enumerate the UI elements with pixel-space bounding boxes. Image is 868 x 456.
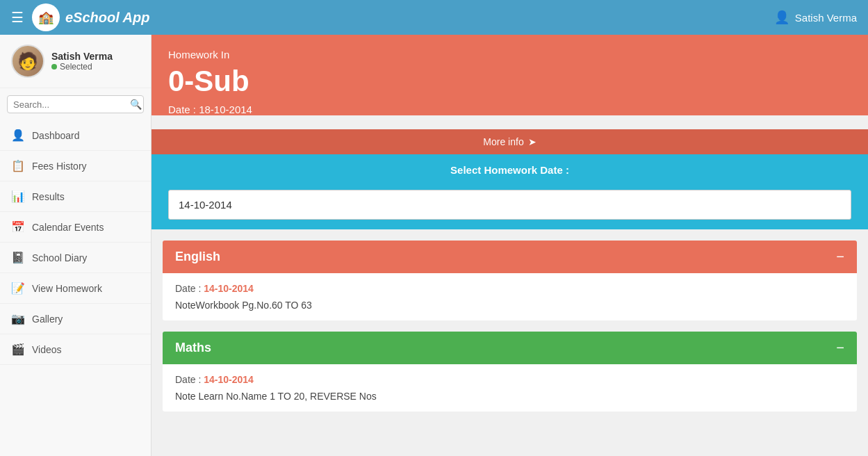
sidebar-item-results[interactable]: 📊 Results — [0, 181, 151, 212]
sidebar-item-videos[interactable]: 🎬 Videos — [0, 334, 151, 365]
hero-date: Date : 18-10-2014 — [168, 104, 851, 115]
sidebar-label-school-diary: School Diary — [32, 252, 87, 263]
search-box[interactable]: 🔍 — [7, 95, 144, 113]
search-icon: 🔍 — [130, 99, 142, 110]
nav-menu: 👤 Dashboard 📋 Fees History 📊 Results 📅 C… — [0, 120, 151, 365]
sidebar-label-dashboard: Dashboard — [32, 130, 80, 141]
sidebar-item-view-homework[interactable]: 📝 View Homework — [0, 273, 151, 304]
maths-subject-label: Maths — [175, 341, 211, 355]
navbar: ☰ 🏫 eSchool App 👤 Satish Verma — [0, 0, 868, 35]
english-content: NoteWorkbook Pg.No.60 TO 63 — [175, 300, 844, 311]
layout: 🧑 Satish Verma Selected 🔍 👤 Dashboard 📋 … — [0, 35, 868, 456]
hamburger-icon[interactable]: ☰ — [11, 9, 24, 26]
main-content: Homework In 0-Sub Date : 18-10-2014 More… — [152, 35, 868, 456]
more-info-bar[interactable]: More info ➤ — [152, 129, 868, 154]
results-icon: 📊 — [11, 190, 25, 203]
sidebar-item-fees-history[interactable]: 📋 Fees History — [0, 151, 151, 181]
sidebar-item-calendar-events[interactable]: 📅 Calendar Events — [0, 212, 151, 243]
section-header-english: English − — [163, 241, 857, 273]
dashboard-icon: 👤 — [11, 129, 25, 142]
brand-name: eSchool App — [65, 10, 149, 26]
gallery-icon: 📷 — [11, 312, 25, 325]
user-status: Selected — [51, 62, 113, 72]
fees-history-icon: 📋 — [11, 159, 25, 172]
calendar-icon: 📅 — [11, 220, 25, 234]
sidebar-item-gallery[interactable]: 📷 Gallery — [0, 304, 151, 334]
section-body-english: Date : 14-10-2014 NoteWorkbook Pg.No.60 … — [163, 273, 857, 320]
sidebar-label-calendar: Calendar Events — [32, 222, 104, 233]
sidebar-label-videos: Videos — [32, 344, 62, 355]
sidebar-label-results: Results — [32, 191, 65, 202]
hero-title: 0-Sub — [168, 65, 851, 98]
sidebar-label-fees-history: Fees History — [32, 161, 87, 172]
section-maths: Maths − Date : 14-10-2014 Note Learn No.… — [163, 332, 857, 412]
sidebar-label-view-homework: View Homework — [32, 283, 102, 294]
english-subject-label: English — [175, 250, 220, 264]
videos-icon: 🎬 — [11, 343, 25, 356]
maths-date: Date : 14-10-2014 — [175, 374, 844, 385]
english-collapse-button[interactable]: − — [836, 249, 844, 265]
avatar: 🧑 — [11, 44, 44, 78]
sidebar-username: Satish Verma — [51, 51, 113, 62]
status-dot — [51, 64, 57, 70]
maths-collapse-button[interactable]: − — [836, 340, 844, 356]
navbar-user: 👤 Satish Verma — [774, 10, 857, 25]
section-body-maths: Date : 14-10-2014 Note Learn No.Name 1 T… — [163, 364, 857, 412]
school-diary-icon: 📓 — [11, 251, 25, 264]
maths-content: Note Learn No.Name 1 TO 20, REVERSE Nos — [175, 391, 844, 402]
date-selector-input[interactable] — [168, 190, 851, 220]
view-homework-icon: 📝 — [11, 282, 25, 295]
more-info-label: More info — [483, 136, 523, 147]
more-info-arrow-icon: ➤ — [528, 136, 537, 147]
date-selector-label: Select Homework Date : — [168, 164, 851, 176]
search-input[interactable] — [13, 99, 130, 110]
sidebar-item-dashboard[interactable]: 👤 Dashboard — [0, 120, 151, 151]
section-english: English − Date : 14-10-2014 NoteWorkbook… — [163, 241, 857, 320]
english-date: Date : 14-10-2014 — [175, 283, 844, 294]
navbar-brand: 🏫 eSchool App — [32, 3, 149, 31]
section-header-maths: Maths − — [163, 332, 857, 364]
user-icon: 👤 — [774, 10, 789, 25]
navbar-username: Satish Verma — [795, 12, 857, 24]
sidebar-item-school-diary[interactable]: 📓 School Diary — [0, 243, 151, 273]
hero-label: Homework In — [168, 49, 851, 60]
user-info: Satish Verma Selected — [51, 51, 113, 72]
sidebar-label-gallery: Gallery — [32, 314, 63, 325]
hero-card: Homework In 0-Sub Date : 18-10-2014 — [152, 35, 868, 115]
user-profile: 🧑 Satish Verma Selected — [0, 35, 151, 88]
date-selector-wrapper: Select Homework Date : — [152, 154, 868, 229]
status-label: Selected — [60, 62, 92, 72]
brand-logo: 🏫 — [32, 3, 60, 31]
navbar-left: ☰ 🏫 eSchool App — [11, 3, 149, 31]
sidebar: 🧑 Satish Verma Selected 🔍 👤 Dashboard 📋 … — [0, 35, 152, 456]
